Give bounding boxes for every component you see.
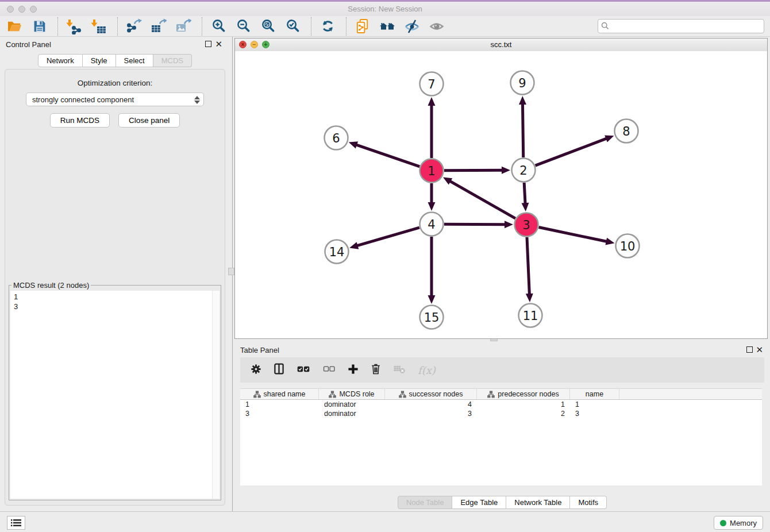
graph-node-label: 14 [329,245,345,259]
function-builder-icon: f(x) [418,364,436,376]
graph-node-label: 4 [428,218,435,232]
open-session-icon[interactable] [6,18,23,35]
delete-table-icon [393,364,406,376]
search-input[interactable] [612,20,761,32]
import-table-icon[interactable] [90,18,107,35]
graph-node[interactable]: 1 [420,159,444,183]
graph-edge[interactable] [449,180,515,218]
zoom-out-icon[interactable] [234,18,252,35]
table-cell[interactable]: dominator [319,410,385,418]
mcds-result-textarea[interactable]: 1 3 [10,291,220,499]
criterion-dropdown[interactable]: strongly connected component [26,92,204,106]
graph-node[interactable]: 6 [325,126,348,150]
column-header-shared-name[interactable]: shared name [240,389,319,399]
column-header-label: successor nodes [409,390,463,398]
table-cell[interactable]: 3 [240,410,319,418]
graph-edge[interactable] [355,144,419,166]
column-header-MCDS-role[interactable]: MCDS role [319,389,385,399]
table-cell[interactable]: 2 [477,410,570,418]
memory-button[interactable]: Memory [714,516,763,530]
table-cell[interactable]: 3 [385,410,477,418]
graph-node[interactable]: 2 [512,159,536,182]
graph-node[interactable]: 11 [519,304,542,327]
control-panel-title: Control Panel [6,40,51,49]
graph-edge-arrowhead [428,202,436,211]
save-session-icon[interactable] [30,18,48,35]
table-toolbar: f(x) [240,357,764,383]
tab-edge-table[interactable]: Edge Table [452,496,506,509]
column-settings-gear-icon[interactable] [251,364,261,377]
graph-node[interactable]: 3 [515,213,538,237]
table-cell[interactable]: 1 [477,400,570,408]
control-panel-float-icon[interactable] [205,41,211,47]
tab-network-table[interactable]: Network Table [506,496,570,509]
show-hidden-eye-icon[interactable] [428,18,445,35]
network-canvas[interactable]: 7968124314101511 [235,51,767,338]
graph-edge-arrowhead [505,221,513,228]
close-panel-button[interactable]: Close panel [118,113,180,128]
add-column-icon[interactable] [348,364,359,377]
table-row[interactable]: 3dominator323 [240,409,762,418]
tab-motifs[interactable]: Motifs [570,496,607,509]
graph-edge[interactable] [536,138,608,165]
zoom-fit-icon[interactable] [259,18,276,35]
graph-node[interactable]: 15 [420,306,444,329]
import-network-icon[interactable] [66,18,83,35]
tab-node-table[interactable]: Node Table [398,496,453,509]
graph-edge[interactable] [524,183,525,205]
graph-node[interactable]: 10 [616,234,640,258]
table-panel-close-icon[interactable]: ✕ [756,346,763,353]
tab-style[interactable]: Style [83,54,116,67]
graph-node[interactable]: 14 [325,240,349,264]
zoom-selected-icon[interactable] [284,18,301,35]
export-table-icon[interactable] [150,18,167,35]
table-cell[interactable]: dominator [319,400,385,408]
column-header-predecessor-nodes[interactable]: predecessor nodes [477,389,570,399]
hide-selected-eye-slash-icon[interactable] [403,18,421,35]
table-cell[interactable]: 1 [240,400,319,408]
table-row[interactable]: 1dominator411 [240,400,762,409]
control-panel-close-icon[interactable]: ✕ [215,41,222,47]
graph-node[interactable]: 8 [615,119,638,143]
show-columns-icon[interactable] [274,363,284,377]
graph-node-label: 15 [424,311,440,325]
column-header-successor-nodes[interactable]: successor nodes [385,389,477,399]
graph-edge-arrowhead [349,141,358,148]
main-toolbar [0,16,770,37]
export-network-icon[interactable] [125,18,143,35]
graph-edge[interactable] [444,170,503,171]
graph-edge[interactable] [539,228,608,242]
delete-column-trash-icon[interactable] [371,363,381,377]
toolbar-separator [202,17,203,36]
unselect-all-columns-icon[interactable] [322,365,336,375]
graph-edge[interactable] [444,224,506,225]
graph-node[interactable]: 9 [511,71,534,95]
task-history-button[interactable] [7,516,25,530]
graph-node[interactable]: 7 [420,72,444,96]
application-window: Session: New Session [0,0,770,532]
clone-network-icon[interactable] [354,18,371,35]
graph-edge[interactable] [356,228,419,246]
select-all-columns-icon[interactable] [297,365,310,376]
table-cell[interactable]: 1 [570,400,619,408]
tab-network[interactable]: Network [38,54,83,67]
run-mcds-button[interactable]: Run MCDS [50,113,110,128]
apply-layout-icon[interactable] [319,18,336,35]
vertical-splitter-handle[interactable] [228,268,234,275]
table-panel-float-icon[interactable] [746,346,753,353]
tab-mcds[interactable]: MCDS [153,54,192,67]
result-scrollbar[interactable] [212,291,220,499]
graph-edge[interactable] [527,237,529,295]
mcds-result-title: MCDS result (2 nodes) [11,281,91,290]
network-window-titlebar[interactable]: × − + scc.txt [235,38,767,52]
tab-select[interactable]: Select [116,54,153,67]
table-cell[interactable]: 3 [570,410,619,418]
graph-edge[interactable] [522,103,523,157]
table-cell[interactable]: 4 [385,400,477,408]
export-image-icon[interactable] [175,18,192,35]
first-neighbors-icon[interactable] [379,18,396,35]
graph-node[interactable]: 4 [420,213,444,236]
search-box [598,19,764,33]
column-header-name[interactable]: name [570,389,619,399]
zoom-in-icon[interactable] [210,18,227,35]
